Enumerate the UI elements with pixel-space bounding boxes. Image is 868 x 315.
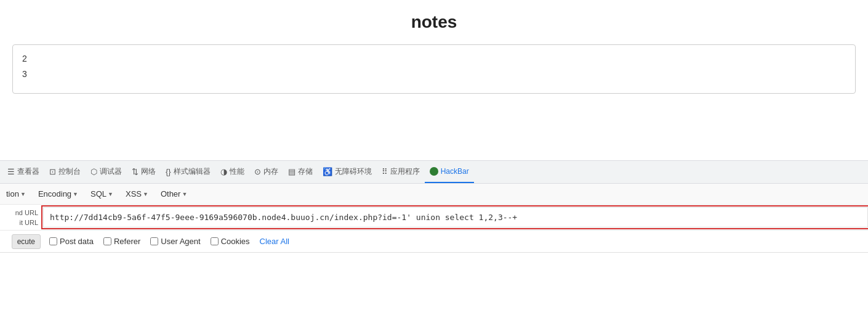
user-agent-checkbox-label[interactable]: User Agent — [150, 237, 200, 246]
style-editor-icon: {} — [166, 167, 171, 176]
devtools-item-内存[interactable]: ⊙ 内存 — [249, 161, 283, 183]
memory-icon: ⊙ — [254, 167, 261, 176]
url-labels-col: nd URL it URL — [0, 207, 43, 227]
checkboxes-row: Post data Referer User Agent Cookies Cle… — [43, 233, 295, 250]
referer-checkbox-label[interactable]: Referer — [103, 237, 140, 246]
encoding-dropdown-arrow: ▼ — [73, 191, 78, 197]
xss-label: XSS — [126, 189, 142, 198]
devtools-label-console: 控制台 — [58, 166, 81, 177]
tion-label: tion — [6, 189, 19, 198]
debugger-icon: ⬡ — [90, 167, 97, 176]
hackbar-menu-tion[interactable]: tion ▼ — [0, 187, 32, 201]
cookies-label: Cookies — [221, 237, 250, 246]
load-url-label: nd URL — [13, 208, 41, 218]
execute-button[interactable]: ecute — [12, 234, 41, 249]
referer-checkbox[interactable] — [103, 237, 111, 245]
devtools-label-inspector: 查看器 — [17, 166, 39, 177]
url-input[interactable] — [43, 207, 868, 227]
devtools-item-查看器[interactable]: ☰ 查看器 — [2, 161, 44, 183]
devtools-item-调试器[interactable]: ⬡ 调试器 — [86, 161, 127, 183]
devtools-item-无障碍环境[interactable]: ♿ 无障碍环境 — [318, 161, 377, 183]
post-data-label: Post data — [60, 237, 94, 246]
xss-dropdown-arrow: ▼ — [143, 191, 148, 197]
cookies-checkbox-label[interactable]: Cookies — [211, 237, 250, 246]
post-data-checkbox[interactable] — [49, 237, 57, 245]
devtools-label-application: 应用程序 — [390, 166, 420, 177]
execute-col: ecute — [0, 234, 43, 249]
hackbar-menu-encoding[interactable]: Encoding ▼ — [32, 187, 84, 201]
other-dropdown-arrow: ▼ — [182, 191, 187, 197]
performance-icon: ◑ — [220, 167, 227, 176]
accessibility-icon: ♿ — [323, 167, 332, 176]
console-icon: ⊡ — [49, 167, 56, 176]
sql-dropdown-arrow: ▼ — [108, 191, 113, 197]
user-agent-label: User Agent — [161, 237, 200, 246]
storage-icon: ▤ — [288, 167, 295, 176]
devtools-label-style-editor: 样式编辑器 — [174, 166, 211, 177]
split-url-label: it URL — [17, 218, 41, 227]
hackbar-panel: tion ▼ Encoding ▼ SQL ▼ XSS ▼ Other ▼ nd… — [0, 184, 868, 253]
devtools-item-hackbar[interactable]: HackBar — [425, 161, 474, 183]
hackbar-menu-xss[interactable]: XSS ▼ — [119, 187, 155, 201]
devtools-label-hackbar: HackBar — [441, 167, 469, 176]
url-input-col — [43, 207, 868, 227]
application-icon: ⠿ — [382, 167, 388, 176]
hackbar-icon — [430, 167, 438, 176]
devtools-label-storage: 存储 — [298, 166, 313, 177]
hackbar-menu-other[interactable]: Other ▼ — [155, 187, 193, 201]
user-agent-checkbox[interactable] — [150, 237, 158, 245]
devtools-label-performance: 性能 — [230, 166, 244, 177]
devtools-label-accessibility: 无障碍环境 — [335, 166, 372, 177]
url-row: nd URL it URL — [0, 205, 868, 231]
devtools-item-应用程序[interactable]: ⠿ 应用程序 — [377, 161, 425, 183]
devtools-toolbar: ☰ 查看器 ⊡ 控制台 ⬡ 调试器 ⇅ 网络 {} 样式编辑器 ◑ 性能 ⊙ 内… — [0, 160, 868, 184]
execute-checkboxes-row: ecute Post data Referer User Agent Cooki… — [0, 231, 868, 252]
encoding-label: Encoding — [38, 189, 71, 198]
sql-label: SQL — [90, 189, 106, 198]
notes-line-2: 3 — [22, 67, 846, 82]
referer-label: Referer — [114, 237, 140, 246]
notes-box: 2 3 — [12, 44, 856, 94]
devtools-label-network: 网络 — [141, 166, 156, 177]
clear-all-link[interactable]: Clear All — [260, 237, 289, 246]
hackbar-menu: tion ▼ Encoding ▼ SQL ▼ XSS ▼ Other ▼ — [0, 184, 868, 205]
devtools-item-存储[interactable]: ▤ 存储 — [283, 161, 318, 183]
devtools-item-网络[interactable]: ⇅ 网络 — [127, 161, 161, 183]
network-icon: ⇅ — [132, 167, 139, 176]
other-label: Other — [161, 189, 181, 198]
tion-dropdown-arrow: ▼ — [20, 191, 26, 197]
page-title: notes — [411, 12, 457, 32]
devtools-label-memory: 内存 — [263, 166, 278, 177]
main-content: notes 2 3 — [0, 0, 868, 160]
devtools-label-debugger: 调试器 — [100, 166, 122, 177]
devtools-item-样式编辑器[interactable]: {} 样式编辑器 — [161, 161, 215, 183]
devtools-item-控制台[interactable]: ⊡ 控制台 — [44, 161, 86, 183]
inspector-icon: ☰ — [7, 167, 15, 176]
devtools-item-性能[interactable]: ◑ 性能 — [215, 161, 249, 183]
notes-line-1: 2 — [22, 51, 846, 67]
post-data-checkbox-label[interactable]: Post data — [49, 237, 94, 246]
hackbar-menu-sql[interactable]: SQL ▼ — [84, 187, 119, 201]
cookies-checkbox[interactable] — [211, 237, 219, 245]
